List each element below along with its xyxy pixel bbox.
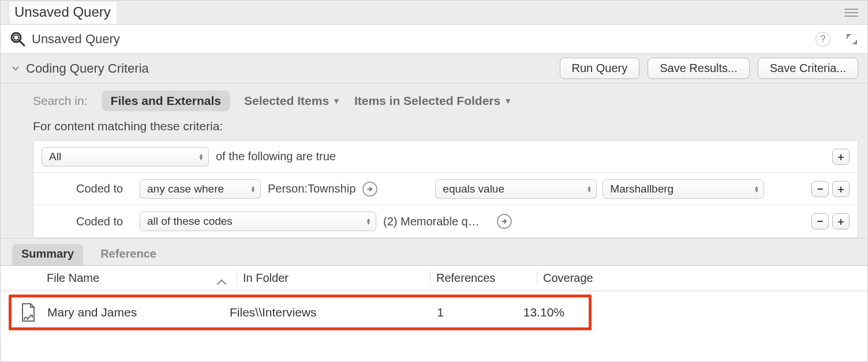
case-mode-select[interactable]: any case where ▲▼ xyxy=(140,179,261,199)
scope-selected-items-label: Selected Items xyxy=(244,94,329,108)
table-row[interactable]: Mary and James Files\\Interviews 1 13.10… xyxy=(9,295,592,330)
codes-mode-value: all of these codes xyxy=(147,215,233,228)
all-any-value: All xyxy=(49,150,61,163)
table-header: File Name In Folder References Coverage xyxy=(1,266,867,291)
case-mode-value: any case where xyxy=(147,183,224,195)
cell-references: 1 xyxy=(403,306,478,319)
codes-picker-button[interactable] xyxy=(497,214,512,229)
col-coverage[interactable]: Coverage xyxy=(537,272,624,285)
tab-reference[interactable]: Reference xyxy=(91,244,166,265)
updown-icon: ▲▼ xyxy=(586,186,592,193)
coded-to-label: Coded to xyxy=(76,215,140,228)
criteria-row-1: Coded to any case where ▲▼ Person:Townsh… xyxy=(33,173,858,205)
document-icon xyxy=(20,303,37,322)
scope-selected-folders-label: Items in Selected Folders xyxy=(354,94,500,108)
collapse-toggle[interactable] xyxy=(10,65,21,73)
search-in-label: Search in: xyxy=(33,94,88,108)
run-query-button[interactable]: Run Query xyxy=(560,58,640,79)
remove-rule-button[interactable]: − xyxy=(811,213,829,229)
operator-select[interactable]: equals value ▲▼ xyxy=(435,179,597,199)
panel-menu-icon[interactable] xyxy=(844,6,858,20)
all-any-select[interactable]: All ▲▼ xyxy=(42,147,209,167)
attribute-name: Person:Township xyxy=(268,182,356,195)
codes-summary: (2) Memorable q… xyxy=(383,215,480,228)
cell-coverage: 13.10% xyxy=(478,306,570,319)
tab-summary[interactable]: Summary xyxy=(12,244,83,265)
criteria-heading: Coding Query Criteria xyxy=(26,61,149,76)
codes-mode-select[interactable]: all of these codes ▲▼ xyxy=(140,212,376,231)
scope-files-externals[interactable]: Files and Externals xyxy=(102,90,230,111)
updown-icon: ▲▼ xyxy=(250,186,256,193)
svg-point-1 xyxy=(14,35,19,40)
attribute-picker-button[interactable] xyxy=(362,182,377,197)
remove-rule-button[interactable]: − xyxy=(811,181,829,197)
operator-value: equals value xyxy=(443,183,504,195)
scope-selected-items[interactable]: Selected Items ▼ xyxy=(244,94,341,108)
col-references[interactable]: References xyxy=(431,272,537,285)
cell-in-folder: Files\\Interviews xyxy=(230,306,403,319)
save-criteria-button[interactable]: Save Criteria... xyxy=(758,58,858,79)
tab-title: Unsaved Query xyxy=(10,2,117,24)
add-rule-button[interactable]: ＋ xyxy=(832,181,850,197)
add-rule-button[interactable]: ＋ xyxy=(832,149,850,165)
criteria-panel: All ▲▼ of the following are true ＋ Coded… xyxy=(33,140,858,238)
criteria-match-label: For content matching these criteria: xyxy=(1,116,867,140)
updown-icon: ▲▼ xyxy=(199,153,204,160)
value-select[interactable]: Marshallberg ▲▼ xyxy=(603,179,764,199)
chevron-down-icon: ▼ xyxy=(332,96,341,105)
expand-icon[interactable] xyxy=(845,33,858,46)
help-button[interactable]: ? xyxy=(815,32,830,47)
value-select-value: Marshallberg xyxy=(610,183,674,195)
query-icon xyxy=(10,31,26,47)
criteria-row-all: All ▲▼ of the following are true ＋ xyxy=(33,141,858,173)
updown-icon: ▲▼ xyxy=(754,186,759,193)
svg-line-2 xyxy=(20,41,24,46)
chevron-down-icon: ▼ xyxy=(504,96,512,105)
criteria-row-2: Coded to all of these codes ▲▼ (2) Memor… xyxy=(33,205,858,237)
all-suffix: of the following are true xyxy=(216,150,336,163)
coded-to-label: Coded to xyxy=(76,182,140,195)
col-in-folder[interactable]: In Folder xyxy=(237,272,431,285)
updown-icon: ▲▼ xyxy=(366,218,371,225)
add-rule-button[interactable]: ＋ xyxy=(832,213,850,229)
scope-selected-folders[interactable]: Items in Selected Folders ▼ xyxy=(354,94,512,108)
query-title: Unsaved Query xyxy=(32,32,120,47)
col-file-name[interactable]: File Name xyxy=(47,272,237,285)
save-results-button[interactable]: Save Results... xyxy=(648,58,750,79)
cell-file-name: Mary and James xyxy=(47,306,230,319)
